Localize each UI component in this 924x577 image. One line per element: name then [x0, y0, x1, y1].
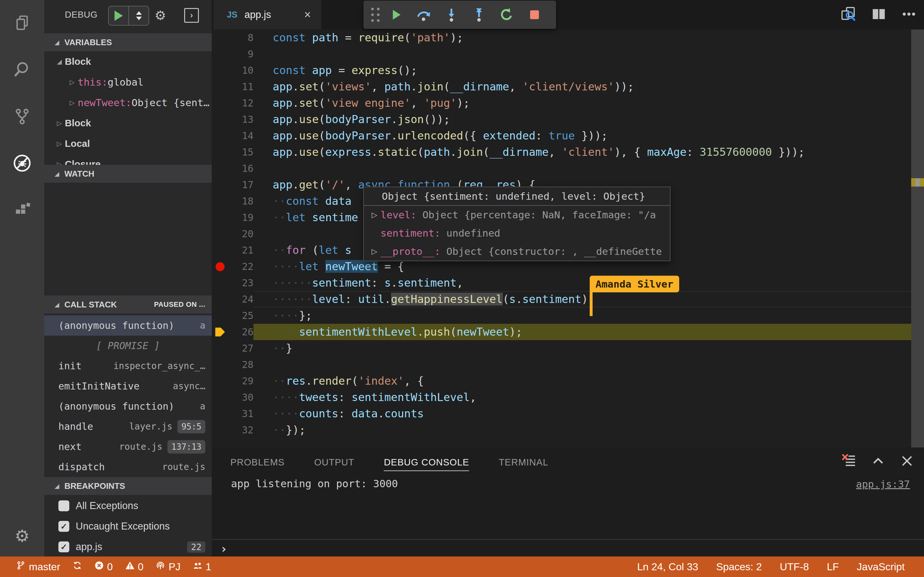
gutter-marker[interactable] [212, 144, 228, 160]
gutter-marker[interactable] [212, 127, 228, 144]
code-line[interactable]: 26····sentimentWithLevel.push(newTweet); [212, 324, 911, 340]
call-stack-row[interactable]: [ PROMISE ] [44, 335, 212, 356]
breakpoints-section-header[interactable]: ◢ BREAKPOINTS [44, 477, 212, 495]
breakpoint-checkbox[interactable]: ✓ [58, 542, 69, 552]
clear-console-icon[interactable] [841, 453, 857, 470]
status-item-master[interactable]: master [16, 561, 60, 573]
variables-row[interactable]: ▷Local [44, 133, 212, 154]
tab-app-js[interactable]: JS app.js × [213, 0, 321, 29]
panel-tab-problems[interactable]: PROBLEMS [230, 454, 284, 471]
maximize-panel-icon[interactable] [871, 454, 885, 470]
configure-launch-gear-icon[interactable]: ⚙ [155, 0, 166, 29]
code-line[interactable]: 27··} [212, 340, 911, 356]
status-item-javascript[interactable]: JavaScript [857, 561, 905, 573]
status-item-PJ[interactable]: PJ [156, 561, 180, 573]
gutter-marker[interactable] [212, 193, 228, 210]
code-line[interactable]: 30····tweets: sentimentWithLevel, [212, 389, 911, 406]
code-line[interactable]: 11app.set('views', path.join(__dirname, … [212, 79, 911, 95]
source-location-link[interactable]: app.js:37 [856, 478, 910, 490]
step-over-icon[interactable] [410, 7, 437, 23]
more-actions-icon[interactable] [901, 6, 917, 23]
code-line[interactable]: 10const app = express(); [212, 62, 911, 79]
open-changes-icon[interactable] [840, 6, 857, 24]
open-debug-console-icon[interactable]: › [184, 8, 199, 23]
gutter-marker[interactable] [212, 324, 228, 340]
restart-icon[interactable] [493, 7, 520, 23]
gutter-marker[interactable] [212, 422, 228, 438]
step-into-icon[interactable] [438, 7, 465, 23]
panel-tab-debug-console[interactable]: DEBUG CONSOLE [384, 454, 469, 471]
status-item-spaces-2[interactable]: Spaces: 2 [716, 561, 762, 573]
variables-row[interactable]: ▷newTweet: Object {sent… [44, 92, 212, 113]
gutter-marker[interactable] [212, 226, 228, 242]
code-line[interactable]: 15app.use(express.static(path.join(__dir… [212, 144, 911, 160]
close-tab-icon[interactable]: × [304, 9, 311, 21]
gutter-marker[interactable] [212, 29, 228, 46]
activity-extensions[interactable] [0, 187, 44, 234]
code-line[interactable]: 31····counts: data.counts [212, 406, 911, 422]
status-item-lf[interactable]: LF [827, 561, 838, 573]
gutter-marker[interactable] [212, 210, 228, 226]
gutter-marker[interactable] [212, 111, 228, 127]
variables-row[interactable]: ▷this: global [44, 72, 212, 92]
code-line[interactable]: 23······sentiment: s.sentiment, [212, 275, 911, 291]
panel-tab-terminal[interactable]: TERMINAL [499, 454, 548, 471]
activity-search[interactable] [0, 47, 44, 93]
gutter-marker[interactable] [212, 46, 228, 62]
watch-section-header[interactable]: ◢ WATCH [44, 165, 212, 183]
panel-tab-output[interactable]: OUTPUT [314, 454, 354, 471]
code-line[interactable]: 28 [212, 356, 911, 373]
status-item-utf-8[interactable]: UTF-8 [780, 561, 809, 573]
activity-settings[interactable]: ⚙ [0, 526, 44, 546]
breakpoint-row[interactable]: ✓app.js22 [44, 537, 212, 556]
gutter-marker[interactable] [212, 258, 228, 275]
gutter-marker[interactable] [212, 373, 228, 389]
status-item-ln-24-col-33[interactable]: Ln 24, Col 33 [637, 561, 698, 573]
gutter-marker[interactable] [212, 95, 228, 111]
start-debug-button[interactable] [109, 6, 128, 25]
gutter-marker[interactable] [212, 406, 228, 422]
status-item-0[interactable]: 0 [125, 561, 144, 573]
gutter-marker[interactable] [212, 177, 228, 193]
call-stack-row[interactable]: nextroute.js137:13 [44, 437, 212, 457]
drag-grip[interactable] [371, 8, 380, 22]
breakpoint-checkbox[interactable]: ✓ [58, 521, 69, 532]
code-line[interactable]: 24······level: util.getHappinessLevel(s.… [212, 291, 911, 308]
status-item-1[interactable]: 1 [193, 561, 212, 573]
call-stack-row[interactable]: emitInitNativeasync… [44, 376, 212, 396]
tooltip-property-row[interactable]: ▷level: Object {percentage: NaN, faceIma… [364, 206, 670, 224]
gutter-marker[interactable] [212, 389, 228, 406]
activity-explorer[interactable] [0, 0, 44, 47]
breakpoint-row[interactable]: ✓Uncaught Exceptions [44, 516, 212, 537]
call-stack-row[interactable]: (anonymous function)a [44, 396, 212, 416]
stop-icon[interactable] [521, 8, 548, 22]
call-stack-row[interactable]: initinspector_async_… [44, 356, 212, 376]
code-line[interactable]: 14app.use(bodyParser.urlencoded({ extend… [212, 127, 911, 144]
tooltip-property-row[interactable]: ▷__proto__: Object {constructor: , __def… [364, 242, 670, 261]
variables-row[interactable]: ▷Block [44, 113, 212, 133]
continue-icon[interactable] [382, 7, 410, 22]
activity-source-control[interactable] [0, 93, 44, 140]
call-stack-row[interactable]: handlelayer.js95:5 [44, 416, 212, 437]
code-line[interactable]: 8const path = require('path'); [212, 29, 911, 46]
gutter-marker[interactable] [212, 160, 228, 177]
status-item-sync[interactable] [73, 561, 82, 573]
code-line[interactable]: 12app.set('view engine', 'pug'); [212, 95, 911, 111]
gutter-marker[interactable] [212, 356, 228, 373]
status-item-0[interactable]: 0 [94, 561, 113, 573]
code-line[interactable]: 29··res.render('index', { [212, 373, 911, 389]
gutter-marker[interactable] [212, 308, 228, 324]
call-stack-section-header[interactable]: ◢ CALL STACK PAUSED ON ... [44, 295, 212, 314]
code-line[interactable]: 32··}); [212, 422, 911, 438]
code-line[interactable]: 9 [212, 46, 911, 62]
gutter-marker[interactable] [212, 79, 228, 95]
gutter-marker[interactable] [212, 340, 228, 356]
overview-ruler[interactable] [911, 29, 924, 448]
configuration-dropdown[interactable] [129, 6, 149, 25]
code-line[interactable]: 25····}; [212, 308, 911, 324]
call-stack-row[interactable]: dispatchroute.js [44, 457, 212, 477]
code-line[interactable]: 13app.use(bodyParser.json()); [212, 111, 911, 127]
variables-section-header[interactable]: ◢ VARIABLES [44, 33, 212, 51]
split-editor-icon[interactable] [871, 6, 887, 23]
close-panel-icon[interactable] [900, 454, 914, 470]
